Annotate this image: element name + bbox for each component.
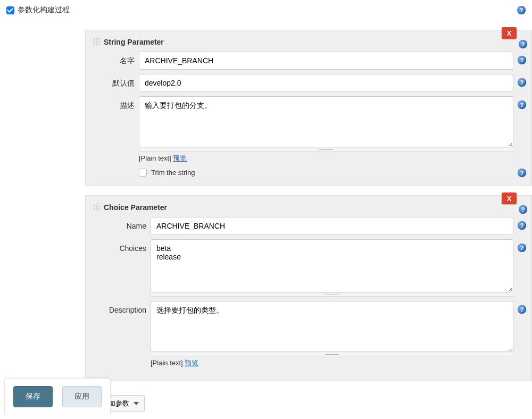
action-bar: 保存 应用: [4, 378, 111, 415]
help-icon[interactable]: ?: [518, 221, 526, 230]
name-input[interactable]: [139, 52, 513, 70]
help-icon[interactable]: ?: [517, 6, 526, 14]
default-value-input[interactable]: [139, 74, 513, 92]
resize-handle[interactable]: [151, 294, 513, 297]
description-label: Description: [93, 301, 146, 314]
preview-link[interactable]: 预览: [173, 154, 187, 162]
help-icon[interactable]: ?: [518, 100, 526, 109]
choice-parameter-block: X ? Choice Parameter Name ? Choices ? De…: [85, 195, 532, 381]
drag-handle-icon[interactable]: [93, 204, 101, 211]
help-icon[interactable]: ?: [518, 305, 526, 314]
preview-link[interactable]: 预览: [185, 359, 198, 367]
resize-handle[interactable]: [151, 353, 513, 356]
delete-parameter-button[interactable]: X: [502, 192, 517, 204]
plain-text-label: [Plain text]: [139, 154, 173, 162]
string-parameter-block: X ? String Parameter 名字 ? 默认值 ? 描述: [85, 30, 532, 186]
name-input[interactable]: [151, 217, 513, 235]
apply-button[interactable]: 应用: [62, 386, 102, 407]
save-button[interactable]: 保存: [13, 386, 53, 407]
parameter-type-title: Choice Parameter: [104, 203, 167, 212]
parameterized-build-checkbox[interactable]: [6, 6, 14, 14]
drag-handle-icon[interactable]: [93, 38, 101, 46]
resize-handle[interactable]: [139, 148, 513, 152]
choices-textarea[interactable]: [151, 239, 513, 292]
trim-string-checkbox[interactable]: [139, 169, 147, 177]
help-icon[interactable]: ?: [519, 40, 527, 48]
plain-text-label: [Plain text]: [151, 359, 185, 367]
parameterized-build-label: 参数化构建过程: [18, 5, 70, 15]
choices-label: Choices: [93, 239, 146, 253]
help-icon[interactable]: ?: [518, 244, 526, 252]
description-textarea[interactable]: [139, 96, 513, 147]
name-label: Name: [93, 217, 146, 230]
name-label: 名字: [93, 52, 135, 66]
parameter-type-title: String Parameter: [104, 38, 164, 46]
trim-string-label: Trim the string: [151, 169, 195, 177]
close-icon: X: [507, 195, 512, 203]
description-textarea[interactable]: [151, 301, 513, 352]
help-icon[interactable]: ?: [518, 78, 526, 87]
help-icon[interactable]: ?: [518, 56, 526, 64]
help-icon[interactable]: ?: [519, 205, 527, 214]
description-label: 描述: [93, 96, 135, 111]
chevron-down-icon: [134, 402, 139, 405]
delete-parameter-button[interactable]: X: [502, 27, 517, 39]
close-icon: X: [507, 29, 512, 37]
default-value-label: 默认值: [93, 74, 135, 88]
help-icon[interactable]: ?: [518, 169, 526, 177]
